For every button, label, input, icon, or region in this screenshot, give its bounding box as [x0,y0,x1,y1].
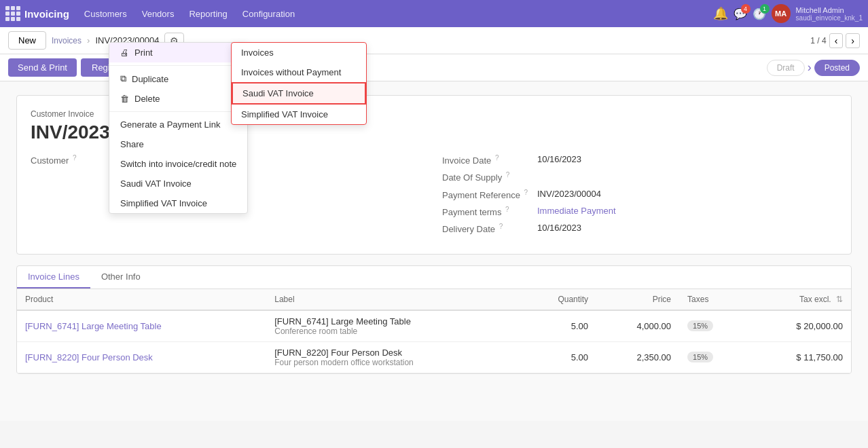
submenu-invoices-no-payment[interactable]: Invoices without Payment [232,62,366,82]
dropdown-share-label: Share [120,139,144,149]
dropdown-delete-label: Delete [134,94,160,104]
quantity-1: 5.00 [520,341,596,373]
divider-1 [109,65,247,66]
tax-badge-0: 15% [687,320,713,331]
prev-button[interactable]: ‹ [829,33,844,48]
chat-badge: 4 [741,4,751,14]
dropdown-generate-label: Generate a Payment Link [120,119,220,130]
label-sub-0: Conference room table [274,326,512,336]
status-posted: Posted [814,60,860,76]
topnav-right: 🔔 💬 4 🕐 1 MA Mitchell Admin saudi_einvoi… [713,4,863,23]
divider-2 [109,111,247,112]
tab-invoice-lines[interactable]: Invoice Lines [17,266,90,288]
chat-icon[interactable]: 💬 4 [734,7,747,20]
tab-header: Invoice Lines Other Info [17,266,851,289]
top-navigation: Invoicing Customers Vendors Reporting Co… [0,0,868,27]
send-print-button[interactable]: Send & Print [8,58,77,77]
status-bar: Draft › Posted [767,60,860,76]
pagination-text: 1 / 4 [810,36,826,45]
invoice-lines-table-container: Product Label Quantity Price Taxes Tax e… [17,289,851,373]
app-logo[interactable]: Invoicing [5,6,69,21]
quantity-0: 5.00 [520,310,596,342]
col-taxes: Taxes [679,289,748,310]
bell-icon[interactable]: 🔔 [713,6,728,21]
col-product: Product [17,289,266,310]
invoice-date-field: Invoice Date ? 10/16/2023 [442,154,837,166]
avatar[interactable]: MA [772,4,791,23]
dropdown-saudi-vat-label: Saudi VAT Invoice [120,179,192,189]
pagination: 1 / 4 ‹ › [810,33,860,48]
dropdown-saudi-vat[interactable]: Saudi VAT Invoice [109,174,247,193]
invoice-date-value: 10/16/2023 [537,154,581,166]
payment-ref-label: Payment Reference ? [442,189,537,200]
dropdown-delete[interactable]: 🗑 Delete [109,89,247,109]
menu-configuration[interactable]: Configuration [236,6,302,22]
dropdown-share[interactable]: Share [109,134,247,154]
trash-icon: 🗑 [120,94,129,104]
col-quantity: Quantity [520,289,596,310]
tab-other-info[interactable]: Other Info [90,266,151,288]
dropdown-duplicate-label: Duplicate [132,74,168,84]
dropdown-switch-label: Switch into invoice/credit note [120,159,236,169]
invoice-tabs: Invoice Lines Other Info Product Label Q… [16,265,852,374]
status-arrow: › [808,60,812,75]
dropdown-generate-payment-link[interactable]: Generate a Payment Link [109,115,247,134]
clock-icon[interactable]: 🕐 1 [753,7,766,20]
dropdown-duplicate[interactable]: ⧉ Duplicate [109,69,247,89]
dropdown-switch[interactable]: Switch into invoice/credit note [109,154,247,174]
user-info: Mitchell Admin saudi_einvoice_knk_1 [796,6,863,22]
product-link-1[interactable]: [FURN_8220] Four Person Desk [25,352,153,362]
label-main-0: [FURN_6741] Large Meeting Table [274,316,512,326]
print-icon: 🖨 [120,48,129,58]
tax-excl-1: $ 11,750.00 [748,341,851,373]
delivery-date-field: Delivery Date ? 10/16/2023 [442,223,837,234]
submenu-invoices[interactable]: Invoices [232,43,366,62]
label-main-1: [FURN_8220] Four Person Desk [274,348,512,358]
new-button[interactable]: New [8,31,46,50]
product-link-0[interactable]: [FURN_6741] Large Meeting Table [25,321,162,331]
tax-excl-0: $ 20,000.00 [748,310,851,342]
date-of-supply-field: Date Of Supply ? [442,171,837,183]
user-company: saudi_einvoice_knk_1 [796,14,863,22]
status-draft: Draft [767,60,805,76]
dropdown-print-label: Print [134,48,153,58]
submenu-saudi-vat[interactable]: Saudi VAT Invoice [232,82,366,105]
submenu-simplified-vat[interactable]: Simplified VAT Invoice [232,105,366,124]
payment-ref-value: INV/2023/00004 [537,189,601,200]
invoice-lines-table: Product Label Quantity Price Taxes Tax e… [17,289,851,373]
col-price: Price [596,289,679,310]
dropdown-simplified-vat[interactable]: Simplified VAT Invoice [109,193,247,213]
col-label: Label [266,289,520,310]
print-submenu: Invoices Invoices without Payment Saudi … [231,42,367,125]
col-tax-excl: Tax excl. ⇅ [748,289,851,310]
reorder-icon[interactable]: ⇅ [836,295,843,304]
user-name: Mitchell Admin [796,6,863,14]
inv-number-main: INV/2023/ [31,122,115,143]
invoice-right: Invoice Date ? 10/16/2023 Date Of Supply… [442,154,837,240]
app-name: Invoicing [24,8,69,20]
payment-terms-label: Payment terms ? [442,206,537,217]
price-1: 2,350.00 [596,341,679,373]
delivery-date-label: Delivery Date ? [442,223,537,234]
table-row: [FURN_8220] Four Person Desk [FURN_8220]… [17,341,851,373]
table-row: [FURN_6741] Large Meeting Table [FURN_67… [17,310,851,342]
label-sub-1: Four person modern office workstation [274,358,512,367]
price-0: 4,000.00 [596,310,679,342]
invoice-date-label: Invoice Date ? [442,154,537,166]
dropdown-simplified-vat-label: Simplified VAT Invoice [120,198,207,208]
tax-badge-1: 15% [687,352,713,362]
next-button[interactable]: › [846,33,860,48]
menu-customers[interactable]: Customers [77,6,134,22]
menu-reporting[interactable]: Reporting [182,6,234,22]
clock-badge: 1 [760,4,770,14]
breadcrumb[interactable]: Invoices [52,36,82,45]
duplicate-icon: ⧉ [120,73,126,84]
breadcrumb-separator: › [87,35,90,45]
date-of-supply-label: Date Of Supply ? [442,171,537,183]
payment-terms-field: Payment terms ? Immediate Payment [442,206,837,217]
delivery-date-value: 10/16/2023 [537,223,581,234]
payment-terms-value: Immediate Payment [537,206,616,217]
dropdown-print[interactable]: 🖨 Print ▶ [109,43,247,62]
main-menu: Customers Vendors Reporting Configuratio… [77,6,302,22]
menu-vendors[interactable]: Vendors [135,6,181,22]
